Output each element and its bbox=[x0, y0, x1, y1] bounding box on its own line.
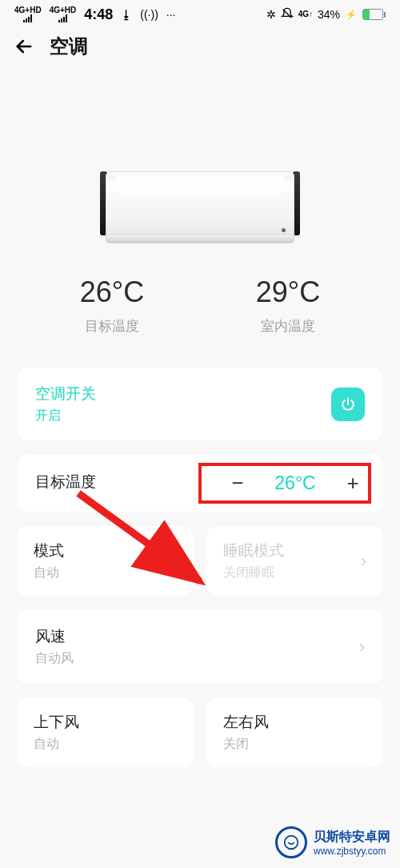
signal-2: 4G+HD bbox=[50, 6, 77, 22]
temp-minus-button[interactable]: − bbox=[226, 471, 250, 496]
device-image bbox=[0, 171, 400, 243]
power-button[interactable] bbox=[331, 388, 365, 421]
fan-speed-card[interactable]: 风速 自动风 › bbox=[18, 610, 382, 683]
hswing-title: 左右风 bbox=[223, 712, 269, 733]
target-temp-value: 26°C bbox=[80, 275, 144, 309]
watermark-logo-icon bbox=[275, 826, 307, 858]
data-icon: 4G↑ bbox=[298, 10, 313, 18]
more-icon: ··· bbox=[166, 8, 176, 21]
sleep-card[interactable]: 睡眠模式 关闭睡眠 › bbox=[207, 526, 382, 596]
fan-title: 风速 bbox=[35, 626, 74, 647]
clock: 4:48 bbox=[84, 6, 113, 23]
chevron-right-icon: › bbox=[361, 553, 366, 570]
hswing-sub: 关闭 bbox=[223, 736, 269, 753]
charging-icon: ⚡ bbox=[346, 10, 357, 20]
mode-title: 模式 bbox=[34, 540, 64, 561]
watermark-url: www.zjbstyy.com bbox=[314, 846, 390, 857]
room-temp-label: 室内温度 bbox=[256, 317, 320, 336]
temperature-readout: 26°C 目标温度 29°C 室内温度 bbox=[24, 275, 376, 336]
room-temp-value: 29°C bbox=[256, 275, 320, 309]
mode-sub: 自动 bbox=[34, 565, 64, 581]
watermark: 贝斯特安卓网 www.zjbstyy.com bbox=[275, 826, 390, 858]
status-left: 4G+HD 4G+HD 4:48 ⭳ ((·)) ··· bbox=[14, 6, 176, 23]
room-temp-block: 29°C 室内温度 bbox=[256, 275, 320, 336]
dnd-icon bbox=[281, 7, 294, 22]
vswing-title: 上下风 bbox=[34, 712, 79, 733]
battery-text: 34% bbox=[318, 8, 340, 21]
temp-stepper-value: 26°C bbox=[269, 472, 322, 494]
watermark-name: 贝斯特安卓网 bbox=[314, 829, 390, 846]
target-temp-card: 目标温度 − 26°C + bbox=[18, 455, 382, 512]
nav-bar: 空调 bbox=[0, 29, 400, 67]
vswing-sub: 自动 bbox=[34, 736, 79, 753]
power-status: 开启 bbox=[35, 408, 96, 424]
status-bar: 4G+HD 4G+HD 4:48 ⭳ ((·)) ··· ✲ 4G↑ 34% ⚡ bbox=[0, 0, 400, 29]
hotspot-icon: ((·)) bbox=[140, 8, 158, 21]
power-card[interactable]: 空调开关 开启 bbox=[18, 368, 382, 440]
sleep-title: 睡眠模式 bbox=[223, 540, 284, 561]
back-button[interactable] bbox=[13, 35, 35, 58]
bluetooth-icon: ✲ bbox=[266, 8, 276, 21]
sleep-sub: 关闭睡眠 bbox=[223, 565, 284, 581]
target-temp-block: 26°C 目标温度 bbox=[80, 275, 144, 336]
target-temp-label: 目标温度 bbox=[80, 317, 144, 336]
status-right: ✲ 4G↑ 34% ⚡ bbox=[266, 7, 386, 22]
download-icon: ⭳ bbox=[121, 8, 132, 21]
power-title: 空调开关 bbox=[35, 384, 96, 404]
temp-plus-button[interactable]: + bbox=[341, 471, 365, 496]
mode-sleep-row: 模式 自动 › 睡眠模式 关闭睡眠 › bbox=[18, 526, 382, 596]
swing-row: 上下风 自动 左右风 关闭 bbox=[18, 697, 382, 767]
signal-1: 4G+HD bbox=[14, 6, 42, 22]
svg-point-0 bbox=[285, 836, 298, 850]
fan-sub: 自动风 bbox=[35, 650, 74, 667]
page-title: 空调 bbox=[50, 34, 88, 59]
temp-stepper: − 26°C + bbox=[226, 471, 365, 496]
battery-icon bbox=[362, 9, 386, 20]
horizontal-swing-card[interactable]: 左右风 关闭 bbox=[207, 697, 382, 767]
target-temp-card-label: 目标温度 bbox=[35, 472, 96, 492]
vertical-swing-card[interactable]: 上下风 自动 bbox=[18, 697, 193, 767]
mode-card[interactable]: 模式 自动 › bbox=[18, 526, 193, 596]
chevron-right-icon: › bbox=[359, 638, 365, 656]
chevron-right-icon: › bbox=[171, 553, 177, 570]
